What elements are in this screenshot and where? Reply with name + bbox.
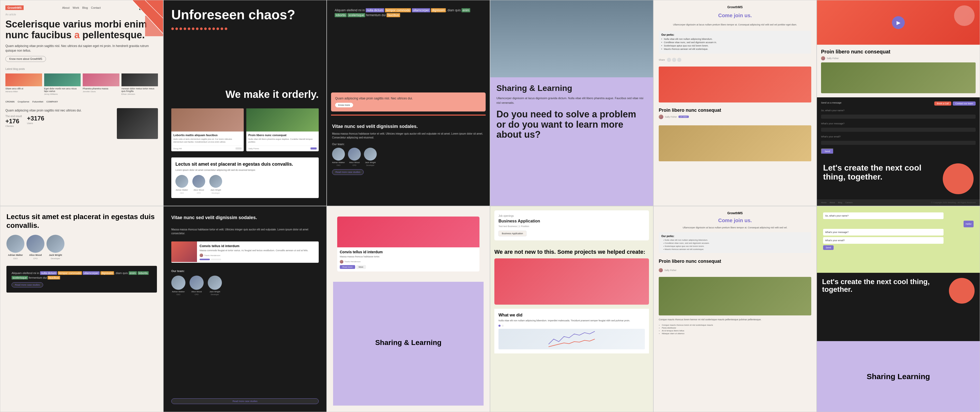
convis-text: Massa commodo feugiat et tortor varius. … [200,249,316,252]
read-more-btn[interactable]: Read more case studies [332,169,364,175]
dark-post-body: Aliquam eleifend mi in nulla dictum temp… [11,271,152,280]
project-preview-img [494,258,649,305]
team-member-card-3: Jack Wright Developer [46,235,64,260]
apply-btn[interactable]: Business Application [498,231,527,236]
send-button[interactable]: Send [821,148,834,154]
join-text: Come join us. [659,13,811,19]
chat-header: Send us a message Book a Call Contact ou… [821,102,976,106]
blog-card-author-4: Ethan Johnson [121,93,158,95]
name-input[interactable] [821,115,976,119]
card-title-1: Lobortis mattis aliquam faucibus [173,134,242,137]
convis-more-btn[interactable]: More [356,265,366,269]
convis-avatar [340,260,344,264]
cell-convis: Convis tellus id interdum Massa massa rh… [327,206,490,412]
nav-about[interactable]: About [62,6,70,9]
cta-button[interactable]: Know more about GrowthMS [5,56,46,62]
share-icon-3[interactable] [677,58,681,62]
email-label: What's your email? [821,135,976,138]
card-btn-1[interactable] [235,148,242,150]
footer-about[interactable]: About [829,201,835,204]
convis-progress [200,259,210,260]
stat-result: The end result +176 Clientes [5,115,22,127]
cell-chat: ▶ Proin libero nunc consequat Sally Fish… [817,0,980,206]
team-role-2: CFO [197,192,201,194]
perks-box-title: Our perks: [661,235,809,238]
convis-full-card: Convis tellus id interdum Massa massa rh… [337,216,479,272]
nav-work[interactable]: Work [73,6,79,9]
svg-marker-1 [145,16,163,36]
share-controls: Share [659,58,811,62]
team-headline: Lectus sit amet est placerat in egestas … [6,212,157,230]
people-image [490,0,653,77]
perk-3: Scelerisque aptus qua vus nisl lorem lor… [661,45,809,47]
card-body-2: Proin libero nunc consequat Nulla vitae … [246,132,319,145]
team-photos-row: Adrian Walker CEO Alice Wood CFO Jack Wr… [332,148,485,166]
person-tag: UX Intern [678,116,689,118]
dot-14 [225,27,227,30]
job-title: Business Application [498,219,645,223]
dark-team-2: Alice Wood CFO [189,275,204,295]
h-nulla: nulla dictum [40,271,57,275]
person-tag-copy: Sally Fisher [659,268,811,272]
email-input[interactable] [821,141,976,145]
chat-section: Send us a message Book a Call Contact ou… [817,97,980,158]
convis-progress-2 [211,259,221,260]
projects-title: We are not new to this. Some projects we… [494,249,649,255]
bullet-2: Paria distributor [662,327,811,329]
share-icon-1[interactable] [667,58,671,62]
card-cta-2[interactable] [310,148,317,150]
message-input[interactable] [821,128,976,132]
author-avatar [200,253,203,257]
person-avatar-copy [659,268,663,272]
team-photo-display-3 [46,235,64,253]
nav-blog[interactable]: Blog [82,6,88,9]
dark-role-1: CEO [177,294,180,295]
dot-1 [171,27,174,30]
perk-copy-4: • Mauris rhoncus aenean vel elit sceleri… [661,248,809,250]
perk-1: Nulla vitae elit non nullam adipiscing b… [661,38,809,40]
share-label: Share [659,59,665,61]
footer-home[interactable]: Home [821,201,826,204]
know-more-btn[interactable]: Know more [335,103,353,107]
share-icon-2[interactable] [672,58,676,62]
footer-careers[interactable]: Careers [845,201,852,204]
team-avatar-3 [364,148,377,161]
book-call-btn[interactable]: Book a Call [934,102,951,106]
card-author-2: Sally Flores [248,148,259,150]
dark-cta-button[interactable]: Read more case studies [171,398,319,404]
chat-send-btn[interactable]: Send [823,245,834,250]
highlight-nulla: nulla dictum [366,8,384,12]
proin-heading: Proin libero nunc consequat [821,49,976,55]
orange-circle [943,163,974,194]
footer-blog[interactable]: Blog [838,201,842,204]
dark-name-3: Jack Wright [210,291,220,293]
blog-card-img-4 [121,73,158,86]
team-display-name-2: Alice Wood [29,254,42,256]
team-role-3: Developer [212,192,220,194]
cell-perks: GrowthMS Come join us. Ullamcorper digni… [653,0,817,206]
join-text-copy: Come join us. [659,218,811,223]
dark-cta-btn[interactable]: Read more case studies [11,282,43,288]
convis-cta-btn[interactable]: Read more [340,265,355,269]
play-icon[interactable]: ▶ [892,16,905,29]
bullet-1: Conque mauris rhoncus lorem et nisl scel… [662,324,811,326]
highlight-enim: enim [461,8,470,12]
cool-section-bottom: Let's create the next cool thing, togeth… [817,273,980,341]
team-member-3: Jack Wright Developer [209,175,222,194]
team-member-2: Alice Wood CFO [192,175,205,194]
contact-btn[interactable]: Contact our team [953,102,976,106]
team-role-dark-2: CFO [353,164,356,166]
highlight-lobortis: lobortis [335,13,347,17]
perks-title: Our perks: [661,33,809,36]
convis-full-body: Convis tellus id interdum Massa massa rh… [337,247,479,272]
dot-7 [196,27,199,30]
card-img-hands [171,108,244,132]
dark-name-2: Alice Wood [191,291,202,293]
dark-role-2: CFO [195,294,199,295]
team-avatar-2 [348,148,361,161]
pink-card: Quam adipiscing vitae proin sagittis nis… [331,92,486,111]
proin-section: Proin libero nunc consequat Sally Fisher… [659,108,811,121]
highlight-dignissim: dignissim [431,8,446,12]
proin-title: Proin libero nunc consequat [659,108,811,113]
logos-row: CRONIN CropServe FutureNet COMPANY [5,100,158,103]
